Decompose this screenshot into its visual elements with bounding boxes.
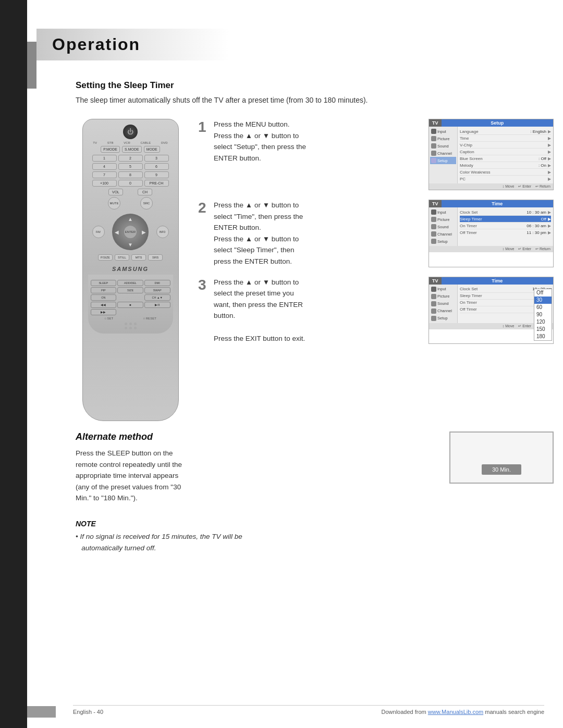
dropdown-30[interactable]: 30 bbox=[534, 297, 552, 304]
rew-button[interactable]: ◀◀ bbox=[91, 302, 117, 308]
tv-screen-3: TV Time Input Picture bbox=[429, 277, 554, 344]
ff-button[interactable]: ▶▶ bbox=[91, 309, 117, 315]
tv-screen-2: TV Time Input Picture bbox=[429, 200, 554, 267]
nav-down-arrow[interactable]: ▼ bbox=[128, 242, 133, 248]
input-icon bbox=[431, 129, 436, 134]
stop-button[interactable]: ■ bbox=[117, 302, 143, 308]
mode-button[interactable]: MODE bbox=[144, 146, 160, 153]
tv-row-caption: Caption ▶ bbox=[460, 149, 551, 155]
setup-icon bbox=[431, 158, 436, 163]
picture-icon-2 bbox=[431, 217, 436, 222]
nav-up-arrow[interactable]: ▲ bbox=[128, 216, 133, 222]
btn-5[interactable]: 5 bbox=[118, 163, 143, 170]
tv-row-bluescreen: Blue Screen : Off ▶ bbox=[460, 155, 551, 162]
sidebar3-setup: Setup bbox=[430, 315, 456, 322]
navigation-pad[interactable]: ▲ ▼ ◀ ▶ ENTER bbox=[112, 214, 149, 250]
smode-button[interactable]: S.MODE bbox=[122, 146, 142, 153]
dropdown-90[interactable]: 90 bbox=[534, 311, 552, 318]
tv-screen-2-tv-label: TV bbox=[429, 200, 442, 207]
step-1-left: 1 Press the MENU button. Press the ▲ or … bbox=[198, 119, 424, 190]
btn-prech[interactable]: PRE-CH bbox=[144, 180, 169, 187]
tv-row-time: Time ▶ bbox=[460, 135, 551, 142]
dmi-button[interactable]: DMI bbox=[144, 280, 170, 286]
tv-row-vchip: V-Chip ▶ bbox=[460, 142, 551, 149]
alternate-section: Alternate method Press the SLEEP button … bbox=[76, 431, 554, 504]
on-button[interactable]: ON bbox=[91, 294, 117, 301]
btn-7[interactable]: 7 bbox=[92, 171, 117, 178]
channel-icon-2 bbox=[431, 231, 436, 237]
source-button[interactable]: SRC bbox=[140, 197, 153, 209]
remote-top-labels: TV STB VCR CABLE DVD bbox=[88, 141, 173, 144]
dropdown-120[interactable]: 120 bbox=[534, 318, 552, 326]
enter-button[interactable]: ENTER bbox=[124, 226, 137, 238]
btn-0[interactable]: 0 bbox=[118, 180, 143, 187]
adddel-button[interactable]: ADD/DEL bbox=[117, 280, 143, 286]
play-pause-button[interactable]: ▶/II bbox=[144, 302, 170, 308]
vcr-label: VCR bbox=[124, 141, 130, 144]
ch-pip-button[interactable]: CH ▲▼ bbox=[144, 294, 170, 301]
vol-button[interactable]: VOL bbox=[108, 189, 123, 195]
dvd-label: DVD bbox=[161, 141, 168, 144]
btn-100[interactable]: +100 bbox=[92, 180, 117, 187]
sidebar2-channel: Channel bbox=[430, 230, 456, 238]
alternate-heading: Alternate method bbox=[76, 431, 434, 442]
tv-screen-3-tv-label: TV bbox=[429, 277, 442, 285]
dropdown-off[interactable]: Off bbox=[534, 289, 552, 297]
section-heading: Setting the Sleep Timer bbox=[76, 80, 554, 91]
dropdown-60[interactable]: 60 bbox=[534, 304, 552, 311]
btn-2[interactable]: 2 bbox=[118, 155, 143, 162]
tv-screen-1-title: Setup bbox=[442, 119, 553, 127]
favch-button[interactable]: FAV bbox=[92, 226, 105, 238]
btn-9[interactable]: 9 bbox=[144, 171, 169, 178]
tv-screen-1-footer: ↕ Move ↵ Enter ↩ Return bbox=[429, 183, 553, 190]
still-button[interactable]: STILL bbox=[115, 254, 129, 261]
nav-right-arrow[interactable]: ▶ bbox=[142, 229, 146, 235]
power-button[interactable] bbox=[123, 125, 138, 139]
btn-4[interactable]: 4 bbox=[92, 163, 117, 170]
nav-left-arrow[interactable]: ◀ bbox=[115, 229, 119, 235]
footer-manualslib-link[interactable]: www.ManualsLib.com bbox=[428, 709, 483, 715]
bottom-gray-bar bbox=[27, 706, 56, 718]
channel-icon-3 bbox=[431, 309, 436, 314]
tv-screen-2-title: Time bbox=[442, 200, 553, 207]
pip-button[interactable]: PIP bbox=[91, 287, 117, 293]
sleep-button[interactable]: SLEEP bbox=[91, 280, 117, 286]
tv-label: TV bbox=[93, 141, 97, 144]
btn-1[interactable]: 1 bbox=[92, 155, 117, 162]
input-icon-2 bbox=[431, 209, 436, 215]
ch-button[interactable]: CH bbox=[138, 189, 152, 195]
btn-8[interactable]: 8 bbox=[118, 171, 143, 178]
mute-button[interactable]: MUTE bbox=[108, 197, 120, 209]
step-2-left: 2 Press the ▲ or ▼ button to select "Tim… bbox=[198, 200, 424, 267]
tv-screen-1-sidebar: Input Picture Sound bbox=[429, 127, 458, 183]
swap-button[interactable]: SWAP bbox=[144, 287, 170, 293]
psize-row: P.SIZE STILL MTS SRS bbox=[88, 254, 173, 261]
tv-screen-1-main: Language : English ▶ Time ▶ V-Chip ▶ bbox=[458, 127, 553, 183]
tv2-row-ontimer: On Timer 06 : 30 am ▶ bbox=[460, 223, 551, 229]
tv-screen-2-main: Clock Set 10 : 30 am ▶ Sleep Timer Off ▶… bbox=[458, 207, 553, 246]
size-button[interactable]: SIZE bbox=[117, 287, 143, 293]
dropdown-180[interactable]: 180 bbox=[534, 333, 552, 340]
tv-row-melody: Melody : On ▶ bbox=[460, 162, 551, 169]
tv-screen-2-body: Input Picture Sound bbox=[429, 207, 553, 246]
step-3-left: 3 Press the ▲ or ▼ button to select the … bbox=[198, 277, 424, 344]
tv-row-pc: PC ▶ bbox=[460, 176, 551, 182]
step-2-number: 2 bbox=[198, 201, 214, 215]
mode-button-row: P.MODE S.MODE MODE bbox=[88, 146, 173, 153]
page-footer: English - 40 Downloaded from www.Manuals… bbox=[73, 705, 544, 715]
info-button[interactable]: INFO bbox=[156, 226, 169, 238]
sidebar3-channel: Channel bbox=[430, 307, 456, 315]
dropdown-150[interactable]: 150 bbox=[534, 326, 552, 333]
pmode-button[interactable]: P.MODE bbox=[101, 146, 120, 153]
srs-button[interactable]: SRS bbox=[148, 254, 163, 261]
section-description: The sleep timer automatically shuts off … bbox=[76, 95, 554, 106]
remote-bottom-area: SLEEP ADD/DEL DMI PIP SIZE SWAP ON CH ▲▼ bbox=[88, 275, 173, 334]
footer-page-number: English - 40 bbox=[73, 709, 103, 715]
btn-3[interactable]: 3 bbox=[144, 155, 169, 162]
sleep-timer-dropdown[interactable]: Off 30 60 90 120 150 180 bbox=[534, 289, 552, 341]
mts-button[interactable]: MTS bbox=[131, 254, 146, 261]
btn-6[interactable]: 6 bbox=[144, 163, 169, 170]
psize-button[interactable]: P.SIZE bbox=[98, 254, 113, 261]
note-heading: NOTE bbox=[76, 520, 538, 528]
reset-label: ○ RESET bbox=[143, 317, 156, 320]
